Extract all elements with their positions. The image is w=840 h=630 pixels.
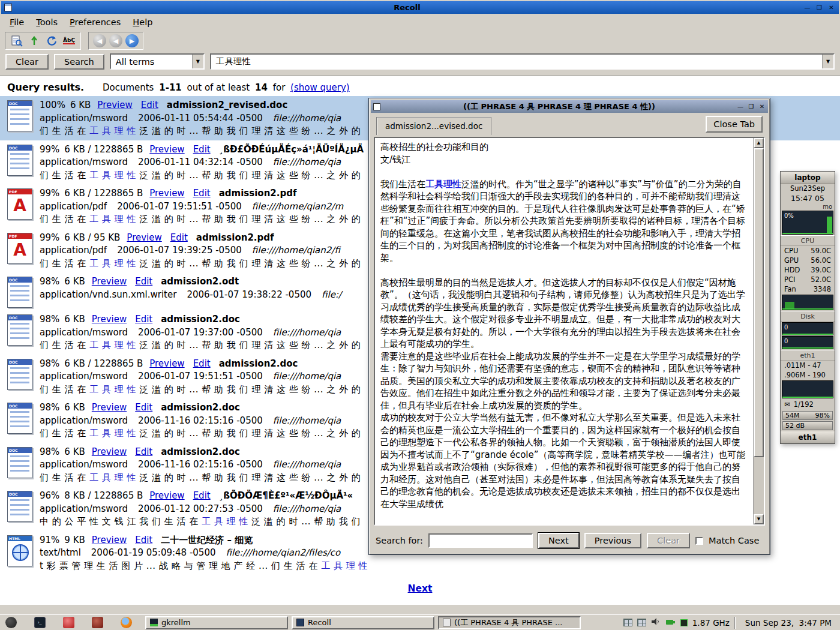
preview-close-icon[interactable]: ✕	[757, 102, 767, 111]
doc-label: DOC	[8, 403, 32, 409]
preview-link[interactable]: Preview	[149, 358, 184, 369]
edit-link[interactable]: Edit	[135, 446, 152, 457]
preview-minimize-icon[interactable]: —	[736, 102, 745, 111]
preview-link[interactable]: Preview	[149, 188, 184, 199]
scroll-up-icon[interactable]: ▲	[754, 138, 764, 148]
taskbar-task[interactable]: ((工 PHRASE 4 具 PHRASE ...	[438, 616, 581, 629]
battery-icon[interactable]	[665, 618, 676, 628]
match-case-checkbox[interactable]	[695, 537, 703, 545]
chevron-down-icon[interactable]: ▼	[192, 55, 203, 68]
sensor-value: 59.0C	[811, 247, 831, 255]
find-next-button[interactable]: Next	[538, 533, 579, 548]
preview-link[interactable]: Preview	[97, 100, 132, 110]
document-search-icon[interactable]	[10, 34, 24, 48]
taskbar-task[interactable]: gkrellm	[145, 616, 288, 629]
snippet-highlight: 工 具 理 性	[89, 258, 136, 269]
preview-link[interactable]: Preview	[92, 535, 127, 545]
query-input-value[interactable]: 工具理性	[211, 56, 822, 67]
taskbar-task[interactable]: Recoll	[292, 616, 434, 629]
preview-link[interactable]: Preview	[149, 144, 184, 155]
maroon-app-icon[interactable]	[90, 616, 104, 629]
scroll-down-icon[interactable]: ▼	[754, 514, 764, 524]
terminal-icon[interactable]: ›_	[32, 616, 47, 629]
search-mode-select[interactable]: All terms ▼	[110, 53, 205, 70]
minimize-icon[interactable]: —	[802, 3, 812, 12]
maximize-icon[interactable]: ❒	[814, 3, 824, 12]
find-clear-button[interactable]: Clear	[647, 533, 690, 548]
html-file-icon[interactable]: HTML	[7, 535, 32, 566]
doc-file-icon[interactable]: DOC	[7, 359, 32, 390]
edit-link[interactable]: Edit	[193, 358, 211, 369]
query-dropdown-icon[interactable]: ▼	[822, 55, 833, 68]
volume-bar[interactable]: 52 dB	[782, 421, 833, 430]
preview-tab[interactable]: admission2...evised.doc	[376, 117, 491, 135]
preview-link[interactable]: Preview	[92, 276, 127, 287]
maroon-glyph	[92, 617, 103, 628]
scrollbar-thumb[interactable]	[754, 148, 764, 457]
preview-link[interactable]: Preview	[92, 314, 127, 325]
close-tab-button[interactable]: Close Tab	[706, 116, 763, 133]
snippet-highlight: 工 具 理 性	[89, 428, 136, 439]
preview-scrollbar[interactable]: ▲ ▼	[753, 138, 764, 524]
preview-link[interactable]: Preview	[92, 402, 127, 413]
gkrellm-hostname[interactable]: laptop	[781, 172, 835, 184]
search-bar: Clear Search All terms ▼ 工具理性 ▼	[0, 52, 840, 71]
snippet-text: 中 的 公 平 性 文 钱 江 我 们 生 活 在	[40, 516, 202, 527]
edit-link[interactable]: Edit	[193, 490, 211, 501]
doc-file-icon[interactable]: DOC	[7, 100, 32, 131]
show-query-link[interactable]: (show query)	[290, 82, 350, 93]
memory-bar[interactable]: 54M 98%	[782, 411, 833, 420]
nav-back-icon[interactable]: ◀	[93, 34, 106, 47]
preview-link[interactable]: Preview	[127, 232, 161, 243]
clear-button[interactable]: Clear	[5, 54, 49, 70]
search-button[interactable]: Search	[54, 54, 104, 70]
doc-file-icon[interactable]: DOC	[7, 491, 32, 522]
doc-file-icon[interactable]: DOC	[7, 403, 32, 434]
close-icon[interactable]: ✕	[826, 3, 836, 12]
result-size: 6 KB	[64, 314, 85, 325]
preview-titlebar[interactable]: ((工 PHRASE 4 具 PHRASE 4 理 PHRASE 4 性)) —…	[371, 100, 768, 113]
menu-item-preferences[interactable]: Preferences	[64, 16, 127, 28]
edit-link[interactable]: Edit	[141, 100, 158, 110]
snippet-text: 们 生 活 在	[40, 340, 89, 350]
preview-link[interactable]: Preview	[149, 490, 184, 501]
nav-forward-icon[interactable]: ▶	[125, 34, 139, 47]
firefox-icon[interactable]	[119, 616, 133, 629]
menu-item-file[interactable]: File	[4, 16, 30, 28]
preview-maximize-icon[interactable]: ❒	[746, 102, 756, 111]
window-titlebar[interactable]: Recoll — ❒ ✕	[1, 1, 839, 14]
nav-back2-icon[interactable]: ◀	[109, 34, 122, 47]
edit-link[interactable]: Edit	[135, 314, 152, 325]
sort-arrow-icon[interactable]	[27, 34, 41, 48]
query-input-combo[interactable]: 工具理性 ▼	[210, 53, 835, 70]
preview-link[interactable]: Preview	[92, 446, 127, 457]
spellcheck-icon[interactable]: ÂbÇ	[62, 34, 76, 48]
menu-item-tools[interactable]: Tools	[30, 16, 64, 28]
find-previous-button[interactable]: Previous	[584, 533, 641, 548]
history-refresh-icon[interactable]	[44, 34, 59, 48]
speaker-icon[interactable]	[651, 617, 661, 628]
doc-file-icon[interactable]: DOC	[7, 314, 32, 346]
menu-item-help[interactable]: Help	[127, 16, 158, 28]
pdf-file-icon[interactable]: PDFA	[7, 233, 32, 264]
edit-link[interactable]: Edit	[193, 144, 211, 155]
red-app-icon[interactable]	[61, 616, 76, 629]
doc-file-icon[interactable]: DOC	[7, 145, 32, 176]
edit-link[interactable]: Edit	[193, 188, 211, 199]
pager-icon[interactable]	[623, 619, 632, 626]
pdf-file-icon[interactable]: PDFA	[7, 188, 32, 220]
result-url: file:///home/qian2/files/co	[226, 547, 341, 558]
pager-icon-2[interactable]	[637, 619, 646, 626]
edit-link[interactable]: Edit	[135, 402, 152, 413]
edit-link[interactable]: Edit	[135, 535, 152, 545]
edit-link[interactable]: Edit	[170, 232, 188, 243]
find-input[interactable]	[428, 533, 533, 548]
claw-app-icon[interactable]	[4, 616, 18, 629]
edit-link[interactable]: Edit	[135, 276, 152, 287]
doc-file-icon[interactable]: DOC	[7, 447, 32, 478]
snippet-text: 泛 滥 的 时 ... 帮 助 我 们 理 清 这 些 纷 ... 之 外 的	[136, 170, 361, 181]
doc-file-icon[interactable]: DOC	[7, 277, 32, 308]
result-url: file:///home/qian2/fi	[252, 245, 340, 256]
next-page-link[interactable]: Next	[408, 583, 433, 594]
file-icon-wrap: PDFA	[0, 187, 40, 226]
